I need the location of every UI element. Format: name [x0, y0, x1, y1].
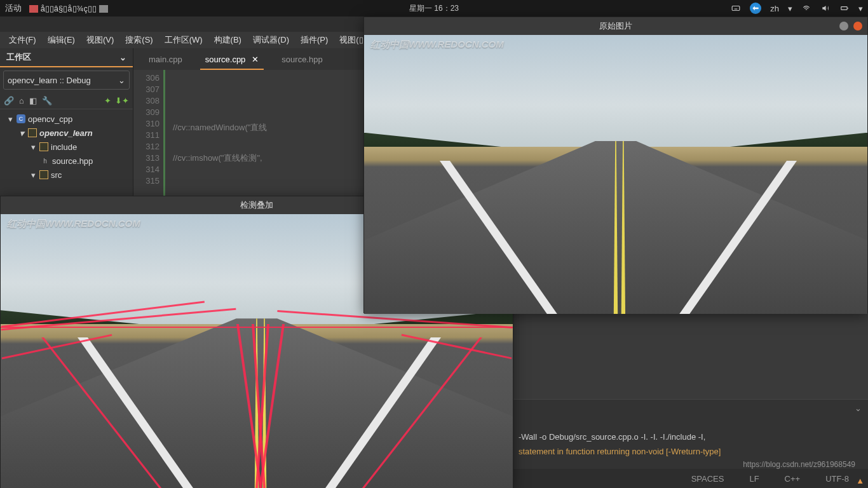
gnome-topbar: 活动 å▯▯â§▯å▯¾ç▯▯ 星期一 16：23 zh ▾ ▾	[0, 0, 868, 17]
window-original-image[interactable]: 原始图片 红动中国WWW.REDOCN.COM	[363, 17, 868, 313]
status-bar: SPACES LF C++ UTF-8 ▲	[512, 469, 868, 488]
clock[interactable]: 星期一 16：23	[409, 3, 459, 14]
image-viewport: 红动中国WWW.REDOCN.COM	[364, 35, 867, 314]
tree-file-hpp[interactable]: hsource.hpp	[0, 154, 133, 168]
menu-build[interactable]: 构建(B)	[209, 32, 247, 48]
header-file-icon: h	[41, 156, 50, 165]
input-dropdown-icon[interactable]: ▾	[788, 4, 792, 13]
wifi-icon[interactable]	[801, 3, 811, 13]
minimize-button[interactable]	[839, 22, 848, 30]
tab-source-cpp[interactable]: source.cpp✕	[194, 48, 271, 70]
folder-icon	[39, 142, 48, 151]
status-encoding[interactable]: UTF-8	[825, 474, 849, 484]
app-circle-icon[interactable]	[750, 3, 761, 14]
sidebar-header[interactable]: 工作区⌄	[0, 48, 133, 67]
status-lang[interactable]: C++	[785, 474, 801, 484]
tab-main-cpp[interactable]: main.cpp	[137, 48, 194, 70]
input-method[interactable]: zh	[770, 4, 779, 13]
output-warning-line: statement in function returning non-void…	[519, 447, 862, 456]
chevron-down-icon[interactable]: ⌄	[855, 403, 862, 413]
menu-view[interactable]: 视图(V)	[81, 32, 119, 48]
nav-icon[interactable]: ◧	[29, 96, 37, 105]
home-icon[interactable]: ⌂	[19, 96, 24, 105]
battery-icon[interactable]	[839, 3, 850, 13]
folder-icon	[28, 128, 37, 137]
svg-rect-0	[732, 6, 740, 11]
tree-src[interactable]: ▾src	[0, 168, 133, 182]
build-output-panel[interactable]: ⌄ -Wall -o Debug/src_source.cpp.o -I. -I…	[512, 399, 868, 469]
keyboard-icon[interactable]	[731, 3, 741, 13]
status-eol[interactable]: LF	[749, 474, 759, 484]
tab-source-hpp[interactable]: source.hpp	[270, 48, 334, 70]
tree-workspace[interactable]: ▾Copencv_cpp	[0, 112, 133, 126]
menu-file[interactable]: 文件(F)	[4, 32, 41, 48]
svg-rect-1	[841, 7, 847, 10]
system-dropdown-icon[interactable]: ▾	[858, 4, 863, 13]
output-line: -Wall -o Debug/src_source.cpp.o -I. -I. …	[519, 432, 862, 442]
close-icon[interactable]: ✕	[252, 55, 259, 70]
activities-button[interactable]: 活动	[5, 3, 22, 14]
menu-edit[interactable]: 编辑(E)	[43, 32, 80, 48]
workspace-icon: C	[17, 114, 25, 123]
status-indent[interactable]: SPACES	[691, 474, 724, 484]
chevron-down-icon: ⌄	[119, 53, 126, 62]
menu-plugin[interactable]: 插件(P)	[295, 32, 333, 48]
window-title: 检测叠加	[240, 200, 273, 211]
sidebar-toolbar: 🔗 ⌂ ◧ 🔧 ✦ ⬇✦	[0, 93, 133, 109]
run-icon[interactable]: ✦	[104, 96, 111, 105]
menu-debugger[interactable]: 调试器(D)	[248, 32, 294, 48]
wrench-icon[interactable]: 🔧	[42, 96, 52, 105]
warning-icon[interactable]: ▲	[856, 476, 864, 485]
blog-watermark: https://blog.csdn.net/z961968549	[743, 460, 855, 469]
volume-icon[interactable]	[820, 3, 831, 13]
watermark: 红动中国WWW.REDOCN.COM	[7, 218, 140, 230]
menu-workspace[interactable]: 工作区(W)	[159, 32, 208, 48]
watermark: 红动中国WWW.REDOCN.COM	[370, 39, 504, 51]
tree-include[interactable]: ▾include	[0, 140, 133, 154]
config-selector[interactable]: opencv_learn :: Debug⌄	[3, 71, 130, 90]
tree-project[interactable]: ▾opencv_learn	[0, 126, 133, 140]
app-indicator[interactable]: å▯▯â§▯å▯¾ç▯▯	[29, 4, 108, 13]
menu-search[interactable]: 搜索(S)	[120, 32, 158, 48]
window-titlebar[interactable]: 原始图片	[364, 17, 867, 35]
link-icon[interactable]: 🔗	[4, 96, 14, 105]
close-button[interactable]	[853, 22, 862, 30]
build-run-icon[interactable]: ⬇✦	[115, 96, 129, 105]
window-title: 原始图片	[599, 20, 632, 32]
folder-icon	[39, 170, 48, 179]
chevron-down-icon: ⌄	[118, 76, 125, 85]
